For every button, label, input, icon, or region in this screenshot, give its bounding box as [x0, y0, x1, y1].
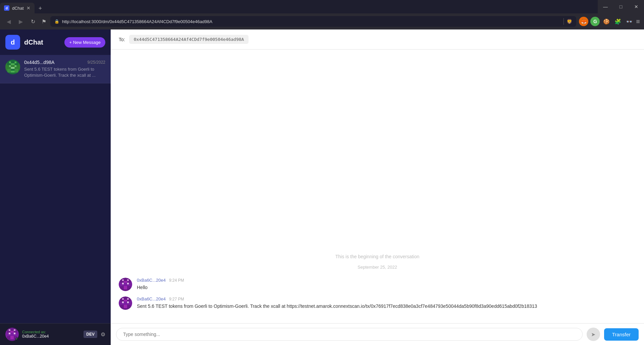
app-name: dChat — [24, 39, 60, 46]
message-time: 9:27 PM — [169, 297, 184, 301]
footer-avatar — [5, 328, 19, 341]
svg-rect-45 — [127, 305, 130, 308]
svg-rect-22 — [10, 336, 14, 339]
svg-rect-34 — [124, 286, 127, 289]
new-message-button[interactable]: + New Message — [64, 37, 105, 48]
svg-rect-8 — [7, 69, 11, 73]
recipient-address: 0x44d5C471358664A24Af4CDd7f9e00504e46ad9… — [129, 35, 249, 44]
tab-favicon: d — [4, 5, 9, 11]
svg-rect-1 — [9, 62, 11, 64]
svg-rect-19 — [14, 333, 15, 334]
settings-button[interactable]: ⚙ — [101, 331, 105, 338]
svg-rect-2 — [15, 62, 17, 64]
svg-rect-48 — [130, 300, 132, 306]
brave-icon[interactable]: 🦁 — [567, 19, 572, 24]
conversation-address: 0x44d5...d98A — [24, 60, 54, 65]
svg-rect-33 — [127, 286, 130, 289]
bookmark-button[interactable]: ⚑ — [42, 18, 46, 25]
svg-rect-6 — [15, 65, 17, 67]
chat-body: This is the beginning of the conversatio… — [111, 50, 644, 323]
message-text: Sent 5.6 TEST tokens from Goerli to Opti… — [137, 303, 636, 310]
message-sender-address: 0xBa6C...20e4 — [137, 278, 166, 283]
svg-rect-36 — [130, 281, 132, 288]
address-url[interactable]: http://localhost:3000/dm/0x44d5C47135866… — [62, 19, 561, 24]
lock-icon: 🔒 — [54, 19, 59, 24]
forward-button[interactable]: ▶ — [16, 17, 25, 26]
message-group: 0xBa6C...20e4 9:24 PM Hello — [119, 278, 636, 291]
svg-rect-46 — [124, 305, 127, 308]
online-indicator — [15, 338, 19, 341]
beginning-text: This is the beginning of the conversatio… — [119, 254, 636, 259]
svg-rect-12 — [18, 63, 20, 71]
svg-rect-7 — [11, 67, 15, 69]
transfer-button[interactable]: Transfer — [604, 328, 639, 341]
message-time: 9:24 PM — [169, 278, 184, 283]
conversation-preview: Sent 5.6 TEST tokens from Goerli to Opti… — [24, 66, 105, 78]
app-logo: d — [5, 35, 20, 50]
close-button[interactable]: ✕ — [629, 0, 644, 13]
message-group: 0xBa6C...20e4 9:27 PM Sent 5.6 TEST toke… — [119, 296, 636, 310]
svg-rect-47 — [119, 300, 120, 306]
maximize-button[interactable]: □ — [613, 0, 629, 13]
connected-label: Connected as: — [22, 330, 80, 334]
send-icon: ➤ — [591, 331, 595, 338]
ext-cookie-icon[interactable]: 🍪 — [602, 17, 611, 26]
svg-rect-43 — [127, 301, 129, 303]
metamask-icon[interactable]: 🦊 — [579, 17, 588, 26]
svg-rect-5 — [9, 65, 11, 67]
svg-rect-23 — [5, 331, 7, 338]
svg-rect-17 — [7, 333, 17, 336]
svg-rect-29 — [120, 283, 130, 286]
dev-badge: DEV — [84, 331, 97, 338]
svg-rect-30 — [122, 283, 124, 284]
svg-rect-28 — [124, 281, 127, 283]
message-avatar — [119, 278, 132, 291]
svg-rect-32 — [120, 286, 124, 289]
conversation-list: 0x44d5...d98A 9/25/2022 Sent 5.6 TEST to… — [0, 55, 111, 323]
svg-rect-31 — [127, 283, 129, 284]
svg-rect-27 — [127, 279, 129, 281]
tab-close-icon[interactable]: ✕ — [26, 5, 31, 11]
ext-green-icon[interactable]: G — [590, 17, 600, 26]
message-avatar — [119, 296, 132, 310]
svg-rect-41 — [120, 301, 130, 305]
svg-rect-44 — [120, 305, 124, 308]
svg-rect-16 — [10, 331, 14, 333]
new-tab-button[interactable]: + — [36, 5, 45, 12]
conversation-avatar — [5, 60, 20, 74]
message-input[interactable] — [116, 328, 583, 341]
svg-rect-38 — [122, 298, 124, 300]
svg-rect-40 — [124, 300, 127, 301]
message-sender-address: 0xBa6C...20e4 — [137, 296, 166, 301]
svg-rect-10 — [11, 71, 15, 73]
svg-rect-11 — [5, 63, 7, 71]
svg-rect-15 — [14, 329, 15, 331]
svg-rect-14 — [9, 329, 10, 331]
conversation-date: 9/25/2022 — [88, 60, 105, 65]
svg-rect-20 — [7, 336, 10, 339]
footer-address: 0xBa6C...20e4 — [22, 334, 80, 339]
browser-menu-button[interactable]: ≡ — [636, 18, 640, 25]
date-divider: September 25, 2022 — [119, 265, 636, 270]
back-button[interactable]: ◀ — [4, 17, 13, 26]
tab-title: dChat — [12, 6, 24, 11]
svg-rect-35 — [119, 281, 120, 288]
reload-button[interactable]: ↻ — [28, 17, 38, 26]
send-button[interactable]: ➤ — [587, 328, 600, 341]
svg-rect-3 — [11, 63, 15, 65]
svg-rect-24 — [17, 331, 19, 338]
to-label: To: — [119, 37, 125, 42]
minimize-button[interactable]: — — [598, 0, 613, 13]
svg-rect-26 — [122, 279, 124, 281]
svg-rect-42 — [122, 301, 124, 303]
svg-rect-18 — [9, 333, 10, 334]
message-text: Hello — [137, 284, 636, 291]
ext-glasses-icon[interactable]: 👓 — [625, 17, 634, 26]
svg-rect-39 — [127, 298, 129, 300]
ext-puzzle-icon[interactable]: 🧩 — [613, 17, 623, 26]
svg-rect-9 — [15, 69, 18, 73]
conversation-item[interactable]: 0x44d5...d98A 9/25/2022 Sent 5.6 TEST to… — [0, 55, 111, 83]
